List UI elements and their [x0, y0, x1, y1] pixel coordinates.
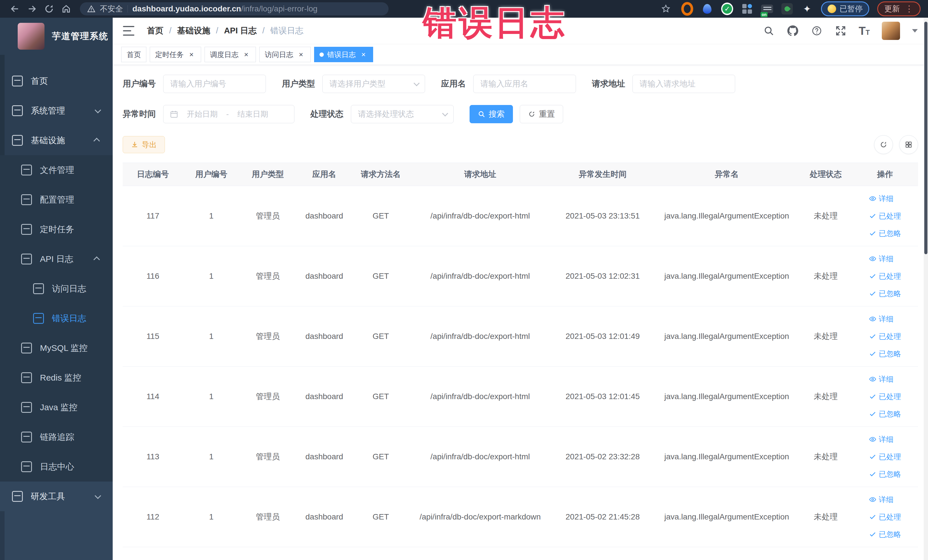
sidebar-menu-item[interactable]: 研发工具: [0, 482, 113, 511]
browser-update-button[interactable]: 更新 ⋮: [877, 2, 920, 16]
back-icon[interactable]: [8, 2, 22, 16]
tab-close-icon[interactable]: ×: [297, 50, 305, 59]
mark-processed-link[interactable]: 已处理: [869, 331, 901, 342]
detail-link[interactable]: 详细: [869, 374, 893, 384]
view-tab[interactable]: 访问日志 ×: [259, 47, 311, 62]
app-name-input[interactable]: [473, 75, 576, 93]
fullscreen-icon[interactable]: [835, 25, 847, 37]
mark-ignored-link[interactable]: 已忽略: [869, 529, 901, 539]
mark-ignored-link[interactable]: 已忽略: [869, 409, 901, 419]
sidebar-menu-item[interactable]: 日志中心: [0, 452, 113, 482]
refresh-table-button[interactable]: [874, 135, 893, 154]
kebab-menu-icon[interactable]: ⋮: [905, 5, 913, 13]
sidebar-menu-item[interactable]: 系统管理: [0, 96, 113, 125]
sidebar-menu-item[interactable]: 配置管理: [0, 185, 113, 215]
filter-exception-time: 异常时间 开始日期 - 结束日期: [123, 105, 295, 123]
address-bar[interactable]: 不安全 dashboard.yudao.iocoder.cn/infra/log…: [80, 2, 389, 15]
view-tab[interactable]: 错误日志 ×: [314, 47, 373, 62]
sidebar-menu-item[interactable]: MySQL 监控: [0, 333, 113, 363]
mark-processed-link[interactable]: 已处理: [869, 211, 901, 221]
mark-ignored-link[interactable]: 已忽略: [869, 229, 901, 238]
detail-link[interactable]: 详细: [869, 254, 893, 264]
table-header-cell[interactable]: 异常发生时间: [551, 169, 654, 180]
sidebar-logo[interactable]: 芋道管理系统: [0, 18, 113, 55]
sidebar-menu-item[interactable]: 文件管理: [0, 155, 113, 185]
sidebar-menu-item[interactable]: API 日志: [0, 244, 113, 274]
sidebar-menu-item[interactable]: Redis 监控: [0, 363, 113, 392]
process-status-select[interactable]: 请选择处理状态: [351, 105, 453, 123]
search-icon[interactable]: [763, 25, 775, 37]
forward-icon[interactable]: [24, 2, 40, 16]
table-header-cell[interactable]: 异常名: [654, 169, 799, 180]
sidebar-menu-item[interactable]: 首页: [0, 66, 113, 96]
table-header-cell[interactable]: 用户编号: [183, 169, 240, 180]
breadcrumb-item[interactable]: API 日志: [210, 25, 256, 37]
security-warning-icon[interactable]: [87, 5, 95, 13]
tab-close-icon[interactable]: ×: [242, 50, 250, 59]
table-header-cell[interactable]: 日志编号: [123, 169, 183, 180]
table-header-cell[interactable]: 操作: [852, 169, 918, 180]
bookmark-star-icon[interactable]: [658, 2, 673, 16]
breadcrumb-item[interactable]: 首页: [147, 25, 163, 37]
extension-grid-icon[interactable]: [741, 3, 753, 15]
extension-orange-icon[interactable]: [681, 3, 693, 15]
sidebar-menu-item[interactable]: 错误日志: [0, 304, 113, 333]
home-icon[interactable]: [59, 2, 73, 16]
cell-user-id: 1: [183, 211, 240, 221]
table-header-cell[interactable]: 处理状态: [800, 169, 852, 180]
column-settings-button[interactable]: [899, 135, 918, 154]
detail-link[interactable]: 详细: [869, 314, 893, 324]
view-tab[interactable]: 首页 ×: [121, 47, 147, 62]
sidebar-menu-item[interactable]: 基础设施: [0, 125, 113, 155]
caret-down-icon[interactable]: [912, 29, 918, 32]
avatar[interactable]: [882, 22, 900, 40]
mark-processed-link[interactable]: 已处理: [869, 452, 901, 462]
table-header-cell[interactable]: 应用名: [296, 169, 353, 180]
user-type-select[interactable]: 请选择用户类型: [322, 75, 425, 93]
tab-close-icon[interactable]: ×: [359, 50, 368, 59]
font-size-icon[interactable]: TT: [859, 24, 870, 37]
mark-processed-link[interactable]: 已处理: [869, 271, 901, 281]
user-id-input[interactable]: [163, 75, 266, 93]
sidebar-menu-item[interactable]: 访问日志: [0, 274, 113, 304]
date-range-picker[interactable]: 开始日期 - 结束日期: [163, 105, 295, 123]
breadcrumb-item[interactable]: 错误日志: [257, 25, 304, 37]
table-header-cell[interactable]: 请求地址: [409, 169, 551, 180]
mark-ignored-link[interactable]: 已忽略: [869, 469, 901, 479]
sidebar-menu-item[interactable]: 链路追踪: [0, 422, 113, 452]
view-tab[interactable]: 调度日志 ×: [205, 47, 256, 62]
mark-processed-link[interactable]: 已处理: [869, 392, 901, 402]
reset-button[interactable]: 重置: [520, 105, 563, 123]
detail-link[interactable]: 详细: [869, 495, 893, 505]
profile-paused-badge[interactable]: 已暂停: [821, 2, 869, 16]
reload-icon[interactable]: [42, 2, 56, 16]
detail-link[interactable]: 详细: [869, 194, 893, 204]
mark-ignored-link[interactable]: 已忽略: [869, 289, 901, 299]
extension-star-icon[interactable]: ✦: [801, 3, 813, 15]
sidebar-menu-item[interactable]: Java 监控: [0, 392, 113, 422]
view-tab[interactable]: 定时任务 ×: [150, 47, 201, 62]
help-icon[interactable]: [811, 25, 823, 37]
request-url-input[interactable]: [632, 75, 735, 93]
sidebar-menu-item[interactable]: 定时任务: [0, 215, 113, 244]
extension-switch-icon[interactable]: on: [761, 3, 773, 15]
search-button[interactable]: 搜索: [470, 105, 513, 123]
hamburger-icon[interactable]: [123, 26, 134, 36]
extension-green-check-icon[interactable]: ✓: [721, 3, 733, 15]
chevron-down-icon: [442, 110, 448, 116]
scrollbar-thumb[interactable]: [924, 22, 927, 254]
table-header-cell[interactable]: 用户类型: [240, 169, 296, 180]
page-scrollbar[interactable]: [924, 18, 928, 560]
extension-blue-icon[interactable]: [701, 3, 713, 15]
table-header-cell[interactable]: 请求方法名: [353, 169, 409, 180]
mark-processed-link[interactable]: 已处理: [869, 512, 901, 522]
export-button[interactable]: 导出: [123, 136, 165, 153]
cell-user-type: 管理员: [240, 511, 296, 522]
extension-leaf-icon[interactable]: [781, 3, 793, 15]
search-button-label: 搜索: [489, 109, 505, 119]
github-icon[interactable]: [787, 25, 799, 37]
tab-close-icon[interactable]: ×: [187, 50, 196, 59]
mark-ignored-link[interactable]: 已忽略: [869, 349, 901, 359]
breadcrumb-item[interactable]: 基础设施: [163, 25, 210, 37]
detail-link[interactable]: 详细: [869, 435, 893, 444]
